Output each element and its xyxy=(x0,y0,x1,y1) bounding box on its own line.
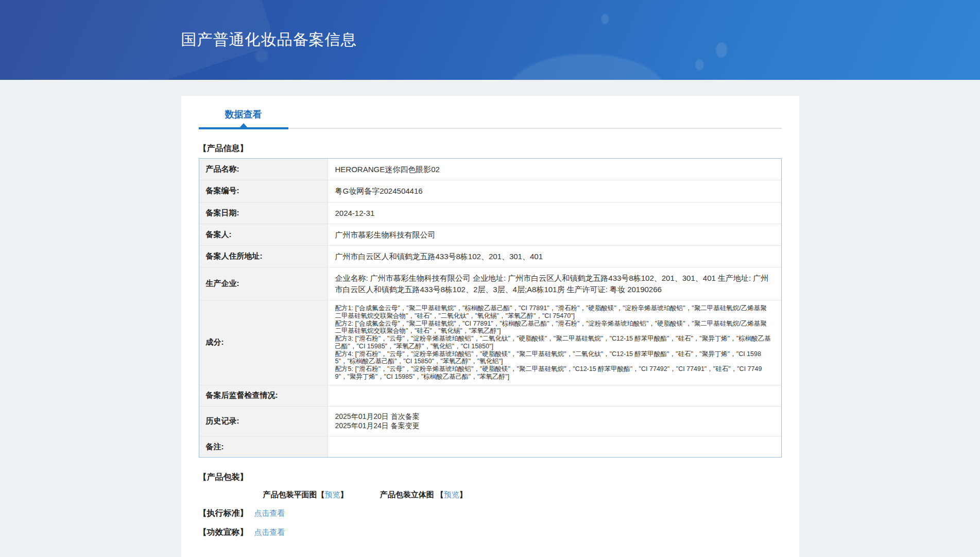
table-row-manufacturer: 生产企业: 企业名称: 广州市慕彩生物科技有限公司 企业地址: 广州市白云区人和… xyxy=(199,267,781,300)
row-value xyxy=(328,385,781,406)
row-label: 备案人: xyxy=(199,224,328,245)
row-value: 广州市白云区人和镇鹤龙五路433号8栋102、201、301、401 xyxy=(328,246,781,267)
row-label: 备注: xyxy=(199,436,328,457)
tab-bar: 数据查看 xyxy=(199,108,782,129)
packaging-flat-label: 产品包装平面图【 xyxy=(263,490,325,499)
row-label: 备案日期: xyxy=(199,202,328,224)
packaging-3d-label-suffix: 】 xyxy=(459,490,467,499)
table-row-record-date: 备案日期: 2024-12-31 xyxy=(199,202,781,224)
content-card: 数据查看 【产品信息】 产品名称: HERORANGE迷你四色眼影02 备案编号… xyxy=(181,96,799,557)
row-value: 广州市慕彩生物科技有限公司 xyxy=(328,224,781,245)
row-value: 2024-12-31 xyxy=(328,202,781,224)
row-label: 备案后监督检查情况: xyxy=(199,385,328,406)
row-label: 历史记录: xyxy=(199,407,328,436)
tab-caret-icon xyxy=(239,123,248,128)
product-info-table: 产品名称: HERORANGE迷你四色眼影02 备案编号: 粤G妆网备字2024… xyxy=(199,158,782,458)
row-value xyxy=(328,436,781,457)
standards-view-link[interactable]: 点击查看 xyxy=(254,509,285,517)
table-row-supervision-check: 备案后监督检查情况: xyxy=(199,385,781,406)
packaging-3d-item: 产品包装立体图 【预览】 xyxy=(380,490,467,500)
standards-row: 【执行标准】点击查看 xyxy=(199,508,782,519)
row-label: 产品名称: xyxy=(199,159,328,180)
table-row-registrant: 备案人: 广州市慕彩生物科技有限公司 xyxy=(199,224,781,245)
packaging-3d-preview-link[interactable]: 预览 xyxy=(444,490,459,499)
table-row-record-number: 备案编号: 粤G妆网备字2024504416 xyxy=(199,180,781,201)
formula-line: 配方2: ["合成氟金云母"，"聚二甲基硅氧烷"，"CI 77891"，"棕榈酸… xyxy=(335,320,773,335)
section-heading-product-info: 【产品信息】 xyxy=(199,143,782,154)
packaging-items: 产品包装平面图【预览】 产品包装立体图 【预览】 xyxy=(199,490,782,500)
packaging-flat-label-suffix: 】 xyxy=(340,490,348,499)
page-title: 国产普通化妆品备案信息 xyxy=(181,29,357,50)
table-row-history: 历史记录: 2025年01月20日 首次备案 2025年01月24日 备案变更 xyxy=(199,406,781,436)
row-label: 生产企业: xyxy=(199,267,328,300)
history-line: 2025年01月20日 首次备案 xyxy=(335,412,773,421)
row-value: 粤G妆网备字2024504416 xyxy=(328,180,781,201)
efficacy-row: 【功效宣称】点击查看 xyxy=(199,527,782,538)
table-row-remarks: 备注: xyxy=(199,436,781,457)
formula-line: 配方3: ["滑石粉"，"云母"，"淀粉辛烯基琥珀酸铝"，"二氧化钛"，"硬脂酸… xyxy=(335,335,773,350)
section-heading-efficacy: 【功效宣称】 xyxy=(199,528,248,536)
row-value: 2025年01月20日 首次备案 2025年01月24日 备案变更 xyxy=(328,407,781,436)
packaging-flat-item: 产品包装平面图【预览】 xyxy=(263,490,348,500)
tab-underline-track xyxy=(199,128,782,129)
table-row-product-name: 产品名称: HERORANGE迷你四色眼影02 xyxy=(199,159,781,180)
table-row-registrant-address: 备案人住所地址: 广州市白云区人和镇鹤龙五路433号8栋102、201、301、… xyxy=(199,245,781,267)
formula-line: 配方4: ["滑石粉"，"云母"，"淀粉辛烯基琥珀酸铝"，"硬脂酸镁"，"聚二甲… xyxy=(335,350,773,366)
page-header-banner: 国产普通化妆品备案信息 xyxy=(0,0,980,80)
section-heading-packaging: 【产品包装】 xyxy=(199,472,782,483)
row-value: 企业名称: 广州市慕彩生物科技有限公司 企业地址: 广州市白云区人和镇鹤龙五路4… xyxy=(328,267,781,300)
formula-line: 配方5: ["滑石粉"，"云母"，"淀粉辛烯基琥珀酸铝"，"硬脂酸镁"，"聚二甲… xyxy=(335,365,773,381)
history-line: 2025年01月24日 备案变更 xyxy=(335,421,773,431)
row-label: 成分: xyxy=(199,300,328,385)
row-value: HERORANGE迷你四色眼影02 xyxy=(328,159,781,180)
section-heading-standards: 【执行标准】 xyxy=(199,509,248,517)
row-value: 配方1: ["合成氟金云母"，"聚二甲基硅氧烷"，"棕榈酸乙基己酯"，"CI 7… xyxy=(328,300,781,385)
formula-line: 配方1: ["合成氟金云母"，"聚二甲基硅氧烷"，"棕榈酸乙基己酯"，"CI 7… xyxy=(335,305,773,320)
packaging-3d-label: 产品包装立体图 【 xyxy=(380,490,444,499)
row-label: 备案人住所地址: xyxy=(199,246,328,267)
packaging-flat-preview-link[interactable]: 预览 xyxy=(325,490,340,499)
row-label: 备案编号: xyxy=(199,180,328,201)
efficacy-view-link[interactable]: 点击查看 xyxy=(254,528,285,536)
table-row-ingredients: 成分: 配方1: ["合成氟金云母"，"聚二甲基硅氧烷"，"棕榈酸乙基己酯"，"… xyxy=(199,300,781,385)
